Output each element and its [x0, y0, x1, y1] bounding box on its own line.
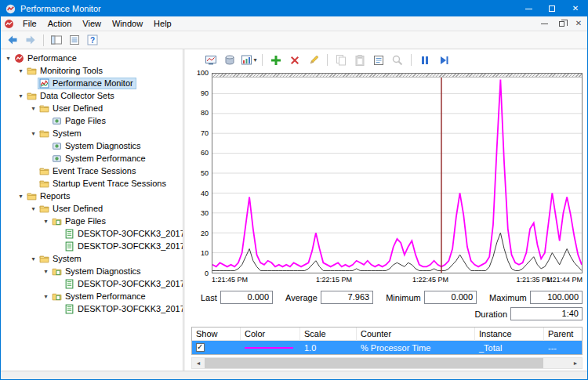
minimize-button[interactable] — [517, 1, 540, 16]
tree-expander-icon[interactable]: ▾ — [42, 293, 50, 300]
dropdown-caret-icon: ▾ — [254, 56, 257, 63]
stat-maximum-label: Maximum — [489, 293, 527, 302]
y-axis-label: 50 — [201, 169, 209, 177]
tree-item-startup-event-trace-sessions[interactable]: Startup Event Trace Sessions — [1, 177, 183, 190]
tree-item-label: System Performance — [65, 154, 146, 163]
main-area: ▾Performance▾Monitoring ToolsPerformance… — [1, 49, 587, 371]
tree-item-desktop-3ofckk3-20170214-000001[interactable]: DESKTOP-3OFCKK3_20170214-000001 — [1, 277, 183, 290]
y-axis-label: 40 — [201, 190, 209, 197]
view-log-data-button[interactable] — [221, 52, 238, 68]
report-icon — [64, 241, 75, 252]
console-tree-button[interactable] — [48, 32, 65, 48]
tree-expander-icon[interactable]: ▾ — [29, 105, 38, 112]
legend-column-instance[interactable]: Instance — [475, 328, 544, 341]
change-graph-type-button[interactable]: ▾ — [240, 52, 257, 68]
tree-item-performance-monitor[interactable]: Performance Monitor — [1, 77, 183, 89]
show-counter-checkbox[interactable] — [196, 343, 205, 352]
tree-item-page-files[interactable]: ▾Page Files — [1, 215, 183, 227]
freeze-display-button[interactable] — [416, 52, 434, 68]
menu-action[interactable]: Action — [42, 17, 78, 30]
child-close-button[interactable]: ✕ — [570, 17, 587, 31]
maximize-icon — [549, 5, 555, 12]
tree-item-system-diagnostics[interactable]: ▾System Diagnostics — [1, 265, 183, 277]
menu-help[interactable]: Help — [148, 17, 177, 30]
y-axis-label: 20 — [201, 230, 209, 237]
legend-column-counter[interactable]: Counter — [357, 328, 475, 341]
scroll-right-button[interactable]: ► — [569, 358, 582, 368]
x-axis-label: 1:22:15 PM — [316, 276, 352, 284]
copy-properties-icon — [335, 54, 347, 67]
maximize-button[interactable] — [540, 1, 564, 16]
tree-expander-icon[interactable]: ▾ — [16, 67, 25, 74]
tree-item-label: Performance — [27, 53, 77, 63]
back-button[interactable] — [4, 32, 21, 48]
tree-item-label: System — [53, 128, 82, 138]
tree-expander-icon[interactable]: ▾ — [4, 55, 13, 62]
folder-icon — [39, 128, 50, 139]
tree-expander-icon[interactable]: ▾ — [29, 205, 38, 212]
tree-item-system[interactable]: ▾System — [1, 252, 183, 265]
legend-column-scale[interactable]: Scale — [300, 328, 357, 341]
tree-node-body: Event Trace Sessions — [38, 165, 139, 177]
delete-counter-button[interactable] — [286, 52, 303, 68]
legend-scale-cell: 1.0 — [300, 341, 357, 354]
menu-view[interactable]: View — [77, 17, 107, 30]
export-list-icon — [68, 34, 81, 46]
tree-item-desktop-3ofckk3-20170214-000001[interactable]: DESKTOP-3OFCKK3_20170214-000001 — [1, 227, 183, 240]
add-counter-button[interactable] — [267, 52, 285, 68]
tree-item-performance[interactable]: ▾Performance — [1, 52, 183, 64]
tree-item-reports[interactable]: ▾Reports — [1, 190, 183, 202]
stat-average-value: 7.963 — [321, 291, 373, 304]
performance-chart[interactable] — [212, 73, 583, 273]
tree-item-desktop-3ofckk3-20170214-000003[interactable]: DESKTOP-3OFCKK3_20170214-000003 — [1, 240, 183, 252]
folder-icon — [39, 204, 50, 214]
tree-item-label: User Defined — [53, 103, 103, 113]
tree-node-body: System — [38, 253, 85, 265]
tree-item-system-diagnostics[interactable]: System Diagnostics — [1, 139, 183, 152]
highlight-button[interactable] — [305, 52, 322, 68]
tree-expander-icon[interactable]: ▾ — [42, 268, 50, 275]
y-axis-label: 80 — [201, 109, 209, 117]
tree-expander-icon[interactable]: ▾ — [29, 130, 38, 137]
tree-expander-icon[interactable]: ▾ — [16, 92, 25, 100]
export-list-button[interactable] — [66, 32, 83, 48]
tree-item-system-performance[interactable]: ▾System Performance — [1, 290, 183, 302]
menu-window[interactable]: Window — [107, 17, 148, 30]
view-log-data-icon — [223, 54, 236, 67]
tree-item-user-defined[interactable]: ▾User Defined — [1, 102, 183, 114]
tree-item-data-collector-sets[interactable]: ▾Data Collector Sets — [1, 89, 183, 102]
legend-row[interactable]: 1.0% Processor Time_Total--- — [192, 341, 582, 354]
scroll-left-button[interactable]: ◄ — [192, 358, 205, 368]
tree-expander-icon[interactable]: ▾ — [42, 218, 50, 225]
tree-node-body: System Performance — [50, 291, 149, 302]
help-button[interactable]: ? — [84, 32, 101, 48]
properties-button[interactable] — [370, 52, 387, 68]
tree-item-page-files[interactable]: Page Files — [1, 114, 183, 127]
legend-column-parent[interactable]: Parent — [544, 328, 582, 341]
tree-item-desktop-3ofckk3-20170214-000002[interactable]: DESKTOP-3OFCKK3_20170214-000002 — [1, 302, 183, 315]
toolbar-separator — [327, 54, 328, 66]
x-axis-label: 1:21:45 PM — [212, 276, 248, 284]
child-restore-button[interactable] — [553, 17, 570, 31]
legend-show-cell — [192, 341, 241, 354]
legend-column-color[interactable]: Color — [241, 328, 300, 341]
forward-button[interactable] — [22, 32, 39, 48]
tree-item-monitoring-tools[interactable]: ▾Monitoring Tools — [1, 64, 183, 77]
tree-item-user-defined[interactable]: ▾User Defined — [1, 202, 183, 215]
tree-item-system-performance[interactable]: System Performance — [1, 152, 183, 165]
tree-item-system[interactable]: ▾System — [1, 127, 183, 139]
menu-file[interactable]: File — [17, 17, 42, 30]
tree-expander-icon[interactable]: ▾ — [16, 193, 25, 200]
tree-expander-icon[interactable]: ▾ — [29, 255, 38, 262]
tree-node-body: User Defined — [38, 203, 106, 215]
scrollbar-track[interactable] — [205, 358, 569, 368]
tree-item-label: User Defined — [53, 204, 103, 213]
view-current-activity-button[interactable] — [202, 52, 220, 68]
update-data-button[interactable] — [435, 52, 452, 68]
legend-column-show[interactable]: Show — [192, 328, 241, 341]
tree-item-event-trace-sessions[interactable]: Event Trace Sessions — [1, 165, 183, 177]
legend-counter-cell: % Processor Time — [357, 341, 475, 354]
child-minimize-button[interactable] — [535, 17, 553, 31]
close-button[interactable]: ✕ — [564, 1, 587, 16]
scrollbar-thumb[interactable] — [205, 358, 543, 368]
